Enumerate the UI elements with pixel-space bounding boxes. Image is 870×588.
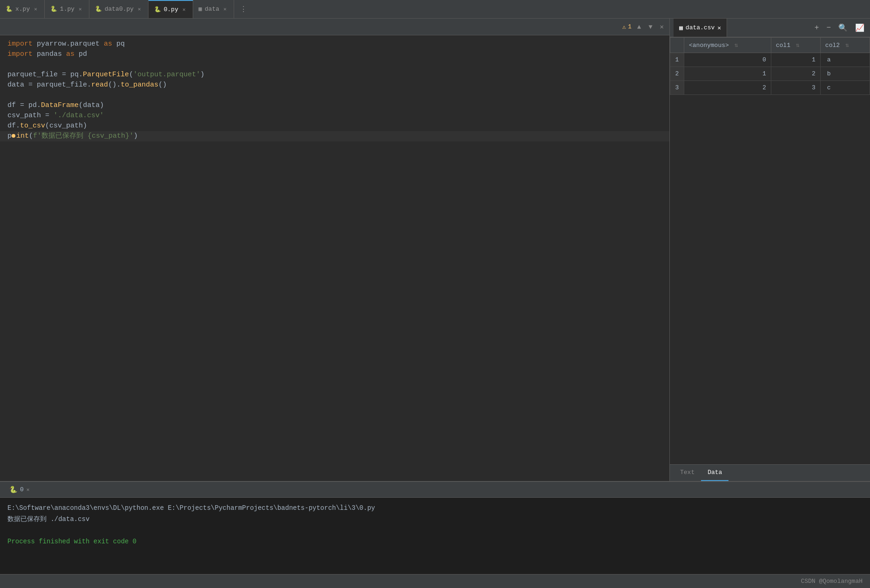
status-bar: CSDN @QomolangmaH — [0, 574, 870, 588]
terminal-line-1: E:\Software\anaconda3\envs\DL\python.exe… — [7, 502, 863, 514]
watermark-text: CSDN @QomolangmaH — [801, 578, 863, 585]
code-line-4: parquet_file = pq.ParquetFile('output.pa… — [0, 70, 669, 80]
csv-tab-data-label: Data — [708, 469, 722, 476]
tab-data[interactable]: ▦ data ✕ — [193, 0, 234, 18]
navigate-up-button[interactable]: ▲ — [635, 22, 643, 32]
terminal-line-4: Process finished with exit code 0 — [7, 536, 863, 547]
csv-col-anon-sort[interactable]: ⇅ — [735, 42, 738, 49]
tab-x-py-label: x.py — [15, 6, 30, 13]
terminal-area: 🐍 0 ✕ E:\Software\anaconda3\envs\DL\pyth… — [0, 481, 870, 574]
python-icon-d0: 🐍 — [95, 6, 102, 13]
tab-data0-py-label: data0.py — [105, 6, 134, 13]
editor-area: ⚠ 1 ▲ ▼ ✕ import pyarrow.parquet as pq i… — [0, 19, 670, 481]
editor-toolbar: ⚠ 1 ▲ ▼ ✕ — [0, 19, 669, 35]
tab-0-py-label: 0.py — [164, 6, 178, 13]
tab-1-py[interactable]: 🐍 1.py ✕ — [45, 0, 89, 18]
terminal-tab-bar: 🐍 0 ✕ — [0, 482, 870, 498]
python-icon: 🐍 — [6, 6, 13, 13]
csv-row-3-anon: 2 — [684, 81, 771, 95]
csv-row-1-num: 1 — [670, 53, 684, 67]
csv-remove-row-button[interactable]: − — [824, 23, 833, 33]
csv-row-3-col2: c — [820, 81, 870, 95]
tab-data-close[interactable]: ✕ — [222, 5, 228, 13]
csv-tab-label: data.csv — [686, 24, 715, 31]
csv-tab-data-view[interactable]: Data — [701, 465, 728, 481]
code-line-10: pint(f'数据已保存到 {csv_path}') — [0, 131, 669, 141]
code-line-10-content: pint(f'数据已保存到 {csv_path}') — [0, 131, 138, 141]
terminal-line-2: 数据已保存到 ./data.csv — [7, 514, 863, 525]
csv-col-col2-label: col2 — [825, 42, 840, 49]
code-line-3 — [0, 60, 669, 70]
tab-1-py-label: 1.py — [60, 6, 74, 13]
csv-col-col1-sort[interactable]: ⇅ — [796, 42, 800, 49]
tab-data0-py-close[interactable]: ✕ — [136, 5, 142, 13]
csv-col-col1[interactable]: col1 ⇅ — [771, 38, 820, 53]
csv-tab-text[interactable]: Text — [674, 465, 701, 481]
tab-more-button[interactable]: ⋮ — [236, 5, 251, 14]
csv-table-wrapper[interactable]: <anonymous> ⇅ col1 ⇅ col2 ⇅ — [670, 37, 870, 464]
csv-table: <anonymous> ⇅ col1 ⇅ col2 ⇅ — [670, 37, 870, 95]
navigate-down-button[interactable]: ▼ — [647, 22, 654, 32]
csv-row-2-num: 2 — [670, 67, 684, 81]
csv-row-1-col1: 1 — [771, 53, 820, 67]
code-line-7-content: df = pd.DataFrame(data) — [0, 100, 104, 111]
tab-data-label: data — [205, 6, 219, 13]
table-row: 1 0 1 a — [670, 53, 870, 67]
code-line-3-content — [0, 60, 12, 70]
csv-row-3-col1: 3 — [771, 81, 820, 95]
terminal-tab-0[interactable]: 🐍 0 ✕ — [4, 482, 35, 497]
csv-col-rownum — [670, 38, 684, 53]
tab-data0-py[interactable]: 🐍 data0.py ✕ — [89, 0, 148, 18]
warning-count: 1 — [628, 23, 632, 30]
code-line-8-content: csv_path = './data.csv' — [0, 111, 104, 121]
tab-x-py[interactable]: 🐍 x.py ✕ — [0, 0, 45, 18]
terminal-snake-icon: 🐍 — [9, 486, 17, 494]
csv-row-2-anon: 1 — [684, 67, 771, 81]
terminal-tab-label: 0 — [20, 486, 24, 493]
main-content: ⚠ 1 ▲ ▼ ✕ import pyarrow.parquet as pq i… — [0, 19, 870, 481]
code-line-1-content: import pyarrow.parquet as pq — [0, 39, 125, 49]
code-line-2: import pandas as pd — [0, 49, 669, 60]
table-icon: ▦ — [199, 6, 202, 13]
code-area[interactable]: import pyarrow.parquet as pq import pand… — [0, 35, 669, 481]
tab-x-py-close[interactable]: ✕ — [33, 5, 39, 13]
csv-tab-close[interactable]: ✕ — [717, 24, 721, 32]
table-row: 2 1 2 b — [670, 67, 870, 81]
csv-row-2-col2: b — [820, 67, 870, 81]
code-line-7: df = pd.DataFrame(data) — [0, 100, 669, 111]
csv-search-button[interactable]: 🔍 — [836, 22, 850, 33]
code-line-1: import pyarrow.parquet as pq — [0, 39, 669, 49]
csv-col-anon[interactable]: <anonymous> ⇅ — [684, 38, 771, 53]
csv-tab-data[interactable]: ▦ data.csv ✕ — [674, 19, 727, 37]
python-icon-0: 🐍 — [154, 6, 161, 13]
code-line-2-content: import pandas as pd — [0, 49, 87, 60]
csv-tab-icon: ▦ — [679, 24, 683, 32]
csv-col-col2-sort[interactable]: ⇅ — [845, 42, 849, 49]
terminal-tab-close[interactable]: ✕ — [27, 487, 30, 493]
python-icon-1: 🐍 — [50, 6, 57, 13]
csv-col-anon-label: <anonymous> — [689, 42, 729, 49]
terminal-content[interactable]: E:\Software\anaconda3\envs\DL\python.exe… — [0, 498, 870, 574]
warning-icon: ⚠ — [622, 23, 626, 31]
code-line-5: data = parquet_file.read().to_pandas() — [0, 80, 669, 90]
table-row: 3 2 3 c — [670, 81, 870, 95]
tab-bar: 🐍 x.py ✕ 🐍 1.py ✕ 🐍 data0.py ✕ 🐍 0.py ✕ … — [0, 0, 870, 19]
code-line-8: csv_path = './data.csv' — [0, 111, 669, 121]
code-line-9: df.to_csv(csv_path) — [0, 121, 669, 131]
toolbar-close-button[interactable]: ✕ — [658, 22, 666, 32]
csv-toolbar: + − 🔍 📈 — [813, 22, 866, 33]
csv-col-col2[interactable]: col2 ⇅ — [820, 38, 870, 53]
csv-row-3-num: 3 — [670, 81, 684, 95]
csv-chart-button[interactable]: 📈 — [853, 22, 866, 33]
csv-row-1-col2: a — [820, 53, 870, 67]
csv-row-2-col1: 2 — [771, 67, 820, 81]
csv-col-col1-label: col1 — [776, 42, 790, 49]
csv-row-1-anon: 0 — [684, 53, 771, 67]
csv-add-row-button[interactable]: + — [813, 23, 821, 33]
tab-0-py-close[interactable]: ✕ — [181, 6, 187, 13]
code-line-6-content — [0, 90, 12, 100]
csv-bottom-tabs: Text Data — [670, 464, 870, 481]
csv-area: ▦ data.csv ✕ + − 🔍 📈 <anonymous> — [670, 19, 870, 481]
tab-0-py[interactable]: 🐍 0.py ✕ — [148, 0, 193, 18]
tab-1-py-close[interactable]: ✕ — [77, 5, 83, 13]
